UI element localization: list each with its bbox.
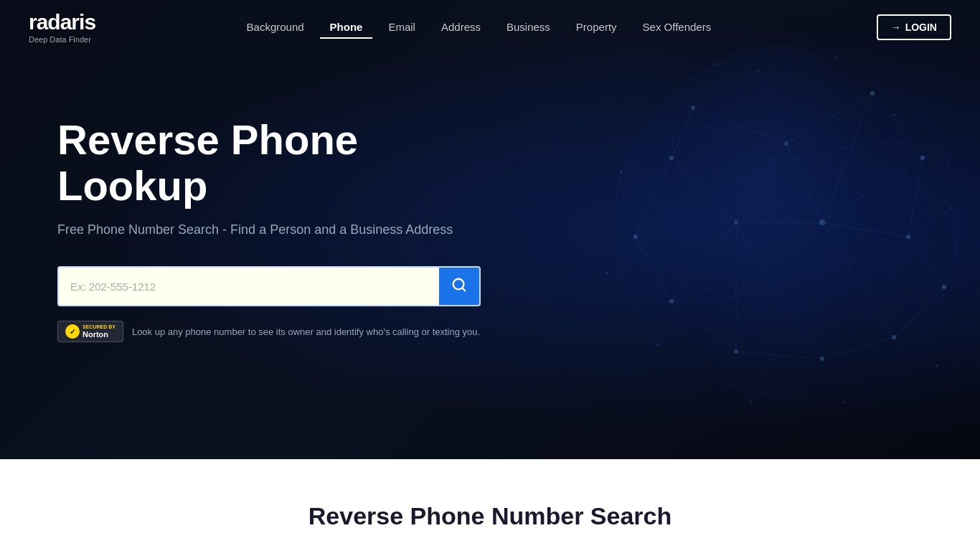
norton-checkmark-icon: ✓ — [65, 324, 80, 339]
norton-description: Look up any phone number to see its owne… — [132, 326, 480, 337]
hero-subtitle: Free Phone Number Search - Find a Person… — [57, 222, 502, 237]
login-label: LOGIN — [905, 22, 937, 33]
search-icon — [451, 277, 467, 296]
norton-badge-area: ✓ SECURED BY Norton Look up any phone nu… — [57, 321, 502, 342]
login-icon: → — [891, 22, 901, 33]
nav-background[interactable]: Background — [237, 15, 314, 39]
bottom-section: Reverse Phone Number Search — [0, 459, 980, 551]
search-box — [57, 266, 481, 306]
logo-tagline: Deep Data Finder — [29, 35, 91, 44]
header: radaris Deep Data Finder Background Phon… — [0, 0, 980, 54]
nav-property[interactable]: Property — [566, 15, 627, 39]
nav-email[interactable]: Email — [378, 15, 425, 39]
norton-logo: ✓ SECURED BY Norton — [57, 321, 123, 342]
svg-point-50 — [620, 171, 623, 174]
svg-point-49 — [606, 271, 608, 274]
phone-search-input[interactable] — [59, 268, 439, 305]
logo-area: radaris Deep Data Finder — [29, 10, 95, 44]
main-nav: Background Phone Email Address Business … — [237, 15, 722, 39]
nav-sex-offenders[interactable]: Sex Offenders — [633, 15, 722, 39]
person-overlay — [636, 0, 908, 459]
nav-phone[interactable]: Phone — [320, 15, 373, 39]
svg-point-44 — [950, 207, 953, 209]
svg-line-56 — [462, 288, 465, 291]
login-button[interactable]: → LOGIN — [877, 14, 951, 40]
hero-title: Reverse Phone Lookup — [57, 117, 502, 209]
logo-text: radaris — [29, 10, 95, 34]
bottom-title: Reverse Phone Number Search — [57, 502, 923, 530]
logo[interactable]: radaris — [29, 10, 95, 34]
search-button[interactable] — [439, 268, 479, 305]
hero-content: Reverse Phone Lookup Free Phone Number S… — [0, 117, 502, 343]
svg-point-30 — [920, 156, 925, 160]
hero-section: Reverse Phone Lookup Free Phone Number S… — [0, 0, 980, 459]
nav-address[interactable]: Address — [431, 15, 491, 39]
svg-point-32 — [942, 285, 946, 289]
nav-business[interactable]: Business — [496, 15, 560, 39]
norton-text: SECURED BY Norton — [83, 324, 116, 339]
svg-point-45 — [936, 364, 938, 367]
